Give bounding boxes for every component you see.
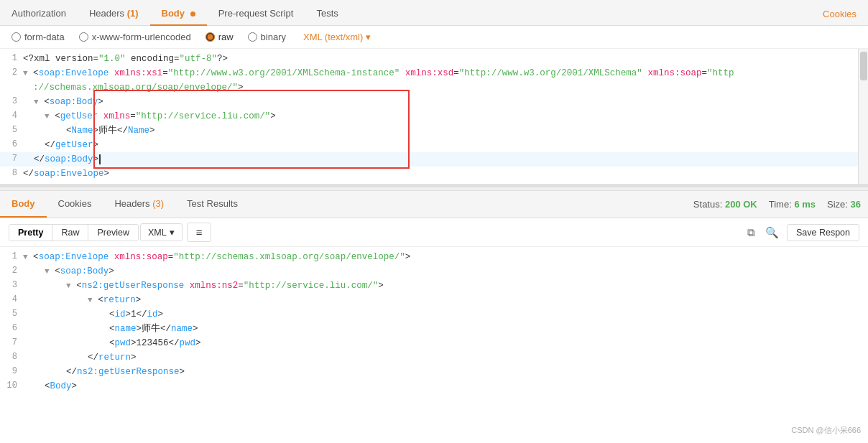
resp-line-5: 5 <id>1</id> [0, 307, 868, 322]
copy-icon[interactable]: ⧉ [745, 224, 757, 241]
form-data-option[interactable]: form-data [11, 32, 65, 42]
response-body-viewer: 1 ▼ <soap:Envelope xmlns:soap="http://sc… [0, 247, 868, 396]
code-line-3: 3 ▼ <soap:Body> [0, 95, 868, 109]
search-icon[interactable]: 🔍 [763, 224, 781, 241]
resp-format-dropdown[interactable]: XML ▾ [140, 223, 183, 241]
code-line-7: 7 </soap:Body> [0, 152, 868, 167]
scrollbar[interactable] [858, 49, 868, 184]
wrap-button[interactable]: ≡ [187, 223, 212, 242]
scroll-thumb[interactable] [860, 52, 867, 80]
resp-format-chevron-icon: ▾ [170, 227, 175, 238]
view-mode-group: Pretty Raw Preview [9, 224, 139, 241]
body-dot [190, 11, 195, 17]
preview-button[interactable]: Preview [88, 225, 137, 241]
resp-line-9: 9 </ns2:getUserResponse> [0, 365, 868, 379]
resp-line-10: 10 <Body> [0, 379, 868, 393]
size-label: Size: 36 [827, 199, 861, 210]
code-line-6: 6 </getUser> [0, 138, 868, 152]
request-tabs: Authorization Headers (1) Body Pre-reque… [0, 0, 868, 26]
body-type-selector: form-data x-www-form-urlencoded raw bina… [0, 26, 868, 49]
response-tabs: Body Cookies Headers (3) Test Results St… [0, 191, 868, 218]
tab-prerequest[interactable]: Pre-request Script [207, 2, 305, 26]
resp-action-icons: ⧉ 🔍 Save Respon [745, 224, 859, 241]
urlencoded-option[interactable]: x-www-form-urlencoded [79, 32, 191, 42]
resp-line-8: 8 </return> [0, 350, 868, 365]
resp-line-1: 1 ▼ <soap:Envelope xmlns:soap="http://sc… [0, 250, 868, 264]
code-line-2: 2 ▼ <soap:Envelope xmlns:xsi="http://www… [0, 66, 868, 80]
content-type-dropdown[interactable]: XML (text/xml) ▾ [303, 32, 371, 42]
resp-line-7: 7 <pwd>123456</pwd> [0, 336, 868, 350]
status-label: Status: 200 OK [693, 199, 757, 210]
resp-line-6: 6 <name>师牛</name> [0, 322, 868, 336]
status-value: 200 OK [725, 199, 757, 210]
raw-button[interactable]: Raw [52, 225, 88, 241]
code-line-4: 4 ▼ <getUser xmlns="http://service.liu.c… [0, 109, 868, 123]
tab-headers[interactable]: Headers (1) [78, 2, 150, 26]
tab-authorization[interactable]: Authorization [0, 2, 78, 26]
resp-format-label: XML [148, 228, 167, 238]
tab-cookies[interactable]: Cookies [811, 3, 868, 25]
code-line-5: 5 <Name>师牛</Name> [0, 123, 868, 138]
resp-tab-headers[interactable]: Headers (3) [103, 191, 175, 218]
response-status-bar: Status: 200 OK Time: 6 ms Size: 36 [693, 199, 868, 210]
code-line-2b: ://schemas.xmlsoap.org/soap/envelope/"> [0, 80, 868, 95]
time-label: Time: 6 ms [769, 199, 816, 210]
size-value: 36 [851, 199, 861, 210]
pretty-button[interactable]: Pretty [9, 225, 52, 241]
resp-line-2: 2 ▼ <soap:Body> [0, 264, 868, 279]
resp-line-4: 4 ▼ <return> [0, 293, 868, 307]
chevron-down-icon: ▾ [366, 32, 371, 42]
resp-line-3: 3 ▼ <ns2:getUserResponse xmlns:ns2="http… [0, 279, 868, 293]
code-line-8: 8 </soap:Envelope> [0, 167, 868, 181]
resp-tab-body[interactable]: Body [0, 191, 47, 218]
response-toolbar: Pretty Raw Preview XML ▾ ≡ ⧉ 🔍 Save Resp… [0, 218, 868, 247]
tab-tests[interactable]: Tests [305, 2, 349, 26]
time-value: 6 ms [794, 199, 816, 210]
resp-tab-cookies[interactable]: Cookies [47, 191, 103, 218]
save-response-button[interactable]: Save Respon [787, 224, 859, 241]
raw-option[interactable]: raw [206, 32, 234, 42]
code-line-1: 1 <?xml version="1.0" encoding="utf-8"?> [0, 52, 868, 66]
binary-option[interactable]: binary [248, 32, 286, 42]
resp-tab-test-results[interactable]: Test Results [175, 191, 249, 218]
tab-body[interactable]: Body [150, 2, 207, 26]
request-body-editor[interactable]: 1 <?xml version="1.0" encoding="utf-8"?>… [0, 49, 868, 187]
